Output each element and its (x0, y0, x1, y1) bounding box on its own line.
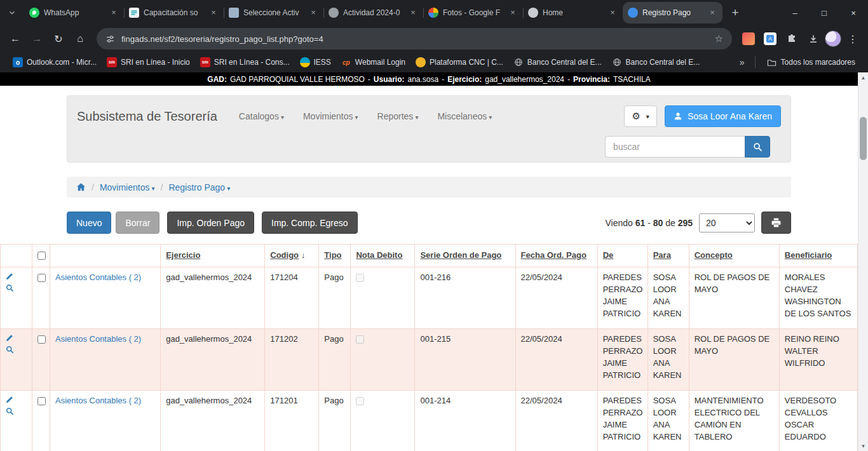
new-tab-button[interactable]: + (726, 4, 744, 22)
nuevo-button[interactable]: Nuevo (67, 212, 111, 234)
row-checkbox[interactable] (37, 274, 46, 282)
bookmark-banco-central-1[interactable]: Banco Central del E... (508, 55, 607, 69)
tab-title: Home (543, 8, 603, 17)
asientos-contables-link[interactable]: Asientos Contables ( 2) (55, 334, 141, 344)
separator: - (442, 75, 444, 84)
cell-beneficiario: REINO REINO WALTER WILFRIDO (779, 329, 857, 391)
app-title[interactable]: Subsistema de Tesorería (77, 109, 217, 124)
nav-catalogos[interactable]: Catalogos▾ (239, 111, 284, 121)
tab-close-icon[interactable]: × (707, 8, 717, 18)
extension-icon[interactable] (742, 32, 755, 45)
breadcrumb-movimientos[interactable]: Movimientos▾ (100, 182, 155, 192)
forward-button[interactable]: → (27, 29, 47, 49)
profile-avatar[interactable] (825, 30, 841, 47)
asientos-contables-link[interactable]: Asientos Contables ( 2) (55, 273, 141, 282)
browser-toolbar: ← → ↻ ⌂ fingads.net/sf2/tesoreria/regist… (0, 25, 868, 52)
view-magnifier-icon[interactable] (6, 407, 14, 419)
edit-pencil-icon[interactable] (6, 272, 13, 284)
payments-table: Ejercicio Codigo↓ Tipo Nota Debito Serie… (0, 244, 858, 451)
edit-pencil-icon[interactable] (6, 395, 13, 407)
tab-fotos[interactable]: Fotos - Google F × (423, 2, 523, 24)
document-favicon (229, 8, 239, 18)
scrollbar-thumb[interactable] (860, 117, 867, 160)
tab-close-icon[interactable]: × (208, 8, 219, 18)
tab-search-button[interactable] (4, 4, 20, 21)
nota-debito-checkbox (356, 397, 364, 405)
table-row: Asientos Contables ( 2) gad_vallehermos_… (1, 329, 858, 391)
page-viewport: GAD: GAD PARROQUIAL VALLE HERMOSO - Usua… (0, 72, 868, 451)
tab-whatsapp[interactable]: WhatsApp × (24, 2, 124, 24)
tab-close-icon[interactable]: × (308, 8, 318, 18)
settings-gear-button[interactable]: ⚙ ▾ (624, 105, 656, 127)
page-scrollbar[interactable]: ▲ ▼ (858, 72, 868, 451)
tab-home[interactable]: Home × (523, 2, 623, 24)
view-magnifier-icon[interactable] (6, 284, 14, 296)
maximize-button[interactable]: □ (810, 0, 839, 25)
tab-close-icon[interactable]: × (408, 8, 418, 18)
reload-button[interactable]: ↻ (48, 29, 69, 49)
header-tipo: Tipo (319, 245, 351, 267)
url-text[interactable]: fingads.net/sf2/tesoreria/registro_pago_… (121, 34, 709, 44)
breadcrumb-registro-pago[interactable]: Registro Pago▾ (168, 182, 230, 192)
print-button[interactable] (761, 212, 791, 234)
menu-kebab-icon[interactable]: ⋮ (843, 29, 863, 49)
minimize-button[interactable]: – (780, 0, 810, 25)
row-checkbox[interactable] (37, 335, 46, 344)
bookmark-sri-consultas[interactable]: SRI SRI en Línea - Cons... (195, 55, 295, 69)
bookmark-star-icon[interactable]: ☆ (715, 33, 723, 44)
close-window-button[interactable]: × (839, 0, 868, 25)
nav-reportes[interactable]: Reportes▾ (377, 111, 419, 121)
translate-extension-icon[interactable]: A (764, 32, 776, 45)
bookmark-cnc[interactable]: Plataforma CNC | C... (410, 55, 508, 69)
tab-close-icon[interactable]: × (109, 8, 119, 18)
row-checkbox[interactable] (37, 397, 46, 405)
downloads-icon[interactable] (803, 29, 824, 49)
home-button[interactable]: ⌂ (70, 29, 90, 49)
tab-capacitacion[interactable]: Capacitación so × (124, 2, 224, 24)
search-button[interactable] (745, 136, 770, 158)
page-size-select[interactable]: 20 (699, 213, 755, 232)
cell-de: PAREDES PERRAZO JAIME PATRICIO (597, 267, 648, 329)
select-all-checkbox[interactable] (37, 252, 46, 260)
nav-miscelaneos[interactable]: Miscelaneos▾ (437, 111, 492, 121)
tab-title: WhatsApp (44, 8, 104, 17)
nav-movimientos[interactable]: Movimientos▾ (303, 111, 358, 121)
borrar-button[interactable]: Borrar (116, 212, 159, 234)
view-magnifier-icon[interactable] (6, 346, 14, 358)
header-nota-debito: Nota Debito (351, 245, 415, 267)
address-bar[interactable]: fingads.net/sf2/tesoreria/registro_pago_… (97, 28, 732, 50)
all-bookmarks-button[interactable]: Todos los marcadores (762, 55, 860, 69)
cell-para: SOSA LOOR ANA KAREN (648, 329, 689, 391)
bookmark-label: Outlook.com - Micr... (27, 58, 97, 67)
bookmark-banco-central-2[interactable]: Banco Central del E... (607, 55, 705, 69)
bookmark-outlook[interactable]: o Outlook.com - Micr... (8, 55, 102, 69)
folder-icon (767, 57, 777, 67)
search-input[interactable] (605, 136, 745, 158)
bookmarks-overflow-chevron[interactable]: » (736, 57, 749, 67)
bookmark-label: Webmail Login (355, 58, 405, 67)
tab-seleccione[interactable]: Seleccione Activ × (224, 2, 323, 24)
header-checkbox-cell (32, 245, 50, 267)
imp-comp-egreso-button[interactable]: Imp. Comp. Egreso (262, 212, 358, 234)
bookmark-webmail[interactable]: cp Webmail Login (336, 55, 410, 69)
home-icon[interactable] (76, 182, 86, 192)
site-info-tune-icon[interactable] (105, 34, 115, 44)
scroll-up-arrow[interactable]: ▲ (858, 72, 868, 83)
extensions-puzzle-icon[interactable] (782, 29, 802, 49)
main-nav: Catalogos▾ Movimientos▾ Reportes▾ Miscel… (239, 111, 511, 121)
tab-registro-pago-active[interactable]: Registro Pago × (623, 2, 722, 24)
asientos-contables-link[interactable]: Asientos Contables ( 2) (55, 396, 141, 405)
tab-close-icon[interactable]: × (607, 8, 618, 18)
back-button[interactable]: ← (5, 29, 25, 49)
imp-orden-pago-button[interactable]: Imp. Orden Pago (167, 212, 254, 234)
bookmark-sri-inicio[interactable]: SRI SRI en Línea - Inicio (102, 55, 195, 69)
scroll-down-arrow[interactable]: ▼ (858, 441, 868, 451)
edit-pencil-icon[interactable] (6, 333, 13, 346)
tab-actividad[interactable]: Actividad 2024-0 × (323, 2, 423, 24)
bookmark-iess[interactable]: IESS (295, 55, 336, 69)
header-de: De (597, 245, 648, 267)
bookmark-label: Banco Central del E... (527, 58, 602, 67)
user-menu-button[interactable]: Sosa Loor Ana Karen (665, 105, 781, 127)
sort-desc-icon: ↓ (301, 250, 306, 260)
tab-close-icon[interactable]: × (508, 8, 518, 18)
